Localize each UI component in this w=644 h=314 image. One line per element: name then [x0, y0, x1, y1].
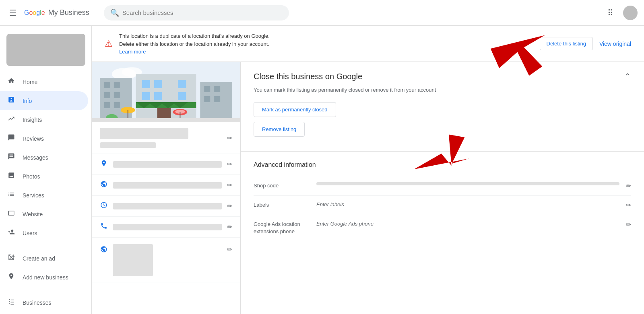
close-title: Close this business on Google [254, 72, 362, 81]
hours-icon [100, 201, 108, 211]
sidebar-item-home[interactable]: Home [0, 72, 88, 91]
svg-rect-12 [154, 80, 162, 88]
close-header: Close this business on Google ⌃ [254, 72, 631, 81]
sidebar-item-create-ad-label: Create an ad [23, 255, 55, 262]
website-row: ✏ [92, 238, 240, 283]
alert-actions: Delete this listing View original [540, 37, 631, 50]
info-icon [6, 96, 16, 105]
sidebar-item-website-label: Website [23, 211, 43, 218]
hamburger-icon[interactable]: ☰ [6, 6, 19, 19]
sidebar-item-link-ads[interactable]: Link to ads [0, 312, 88, 314]
sidebar-item-services-label: Services [23, 192, 44, 199]
two-col: ✏ ✏ [92, 62, 644, 314]
service-area-placeholder [113, 182, 222, 189]
content-wrapper: ⚠ This location is a duplicate of a loca… [92, 26, 644, 314]
sidebar-item-insights[interactable]: Insights [0, 110, 88, 129]
messages-icon [6, 153, 16, 162]
sidebar-item-messages[interactable]: Messages [0, 148, 88, 167]
website-globe-icon [100, 246, 108, 255]
learn-more-link[interactable]: Learn more [119, 49, 146, 55]
edit-name-icon[interactable]: ✏ [227, 134, 232, 142]
sidebar-profile-image [6, 34, 85, 66]
search-bar: 🔍 [104, 5, 289, 21]
svg-rect-26 [204, 96, 210, 102]
website-thumbnail [113, 244, 153, 276]
sidebar-item-info[interactable]: Info [0, 91, 88, 110]
add-business-icon [6, 273, 16, 282]
svg-rect-16 [178, 92, 186, 100]
edit-service-area-icon[interactable]: ✏ [227, 181, 232, 189]
topbar-left: ☰ Google My Business 🔍 [6, 5, 289, 21]
shop-code-row: Shop code ✏ [254, 176, 631, 196]
advanced-title: Advanced information [254, 161, 631, 168]
edit-labels-icon[interactable]: ✏ [626, 201, 631, 209]
alert-line2: Delete either this location or the locat… [119, 40, 533, 48]
search-icon: 🔍 [110, 8, 119, 17]
sidebar-item-add-business[interactable]: Add new business [0, 268, 88, 287]
edit-google-ads-phone-icon[interactable]: ✏ [626, 221, 631, 228]
labels-row: Labels Enter labels ✏ [254, 196, 631, 215]
business-image [92, 62, 240, 122]
sidebar: Home Info Insights Reviews Messages [0, 26, 92, 314]
svg-rect-9 [114, 102, 120, 108]
logo-mybusiness: My Business [48, 8, 89, 17]
sidebar-item-website[interactable]: Website [0, 205, 88, 224]
sidebar-item-reviews-label: Reviews [23, 135, 44, 142]
sidebar-item-reviews[interactable]: Reviews [0, 129, 88, 148]
sidebar-item-info-label: Info [23, 98, 32, 104]
right-panel: Close this business on Google ⌃ You can … [241, 62, 644, 314]
edit-hours-icon[interactable]: ✏ [227, 202, 232, 210]
sidebar-item-messages-label: Messages [23, 154, 48, 161]
labels-value: Enter labels [316, 201, 619, 207]
view-original-link[interactable]: View original [599, 41, 631, 47]
shop-code-value [316, 182, 619, 185]
phone-placeholder [113, 224, 222, 230]
svg-rect-34 [92, 118, 240, 122]
hours-row: ✏ [92, 196, 240, 217]
main-layout: Home Info Insights Reviews Messages [0, 26, 644, 314]
edit-shop-code-icon[interactable]: ✏ [626, 182, 631, 190]
alert-bar: ⚠ This location is a duplicate of a loca… [92, 26, 644, 62]
grid-icon[interactable]: ⠿ [602, 5, 618, 21]
sidebar-item-create-ad[interactable]: Create an ad [0, 249, 88, 268]
phone-icon [100, 222, 108, 232]
sidebar-item-insights-label: Insights [23, 117, 42, 123]
svg-rect-22 [157, 108, 171, 118]
edit-phone-icon[interactable]: ✏ [227, 223, 232, 231]
sidebar-item-photos-label: Photos [23, 173, 40, 180]
svg-rect-14 [142, 92, 150, 100]
sidebar-item-add-business-label: Add new business [23, 274, 68, 281]
photos-icon [6, 172, 16, 181]
google-ads-phone-label: Google Ads location extensions phone [254, 221, 310, 235]
sidebar-item-photos[interactable]: Photos [0, 167, 88, 186]
phone-row: ✏ [92, 217, 240, 238]
svg-rect-24 [204, 86, 210, 92]
business-panel: ✏ ✏ [92, 62, 241, 314]
business-name-row: ✏ [92, 122, 240, 154]
mark-closed-button[interactable]: Mark as permanently closed [254, 102, 336, 117]
businesses-icon [6, 298, 16, 307]
sidebar-item-services[interactable]: Services [0, 186, 88, 205]
website-icon [6, 209, 16, 219]
remove-listing-button[interactable]: Remove listing [254, 122, 305, 137]
edit-website-icon[interactable]: ✏ [227, 246, 232, 253]
service-area-row: ✏ [92, 175, 240, 196]
business-category-placeholder [100, 142, 156, 148]
svg-rect-25 [214, 86, 220, 92]
svg-rect-27 [214, 96, 220, 102]
edit-address-icon[interactable]: ✏ [227, 160, 232, 168]
home-icon [6, 77, 16, 86]
delete-listing-button[interactable]: Delete this listing [540, 37, 593, 50]
shop-code-label: Shop code [254, 182, 310, 189]
topbar: ☰ Google My Business 🔍 ⠿ [0, 0, 644, 26]
sidebar-item-users[interactable]: Users [0, 224, 88, 242]
labels-label: Labels [254, 201, 310, 209]
main-panel: ⚠ This location is a duplicate of a loca… [92, 26, 644, 314]
sidebar-item-home-label: Home [23, 79, 37, 85]
svg-rect-5 [114, 82, 120, 88]
search-input[interactable] [122, 9, 283, 16]
avatar[interactable] [623, 6, 638, 20]
advanced-section: Advanced information Shop code ✏ Labels … [241, 152, 644, 251]
collapse-icon[interactable]: ⌃ [624, 72, 631, 81]
sidebar-item-businesses[interactable]: Businesses [0, 293, 88, 312]
